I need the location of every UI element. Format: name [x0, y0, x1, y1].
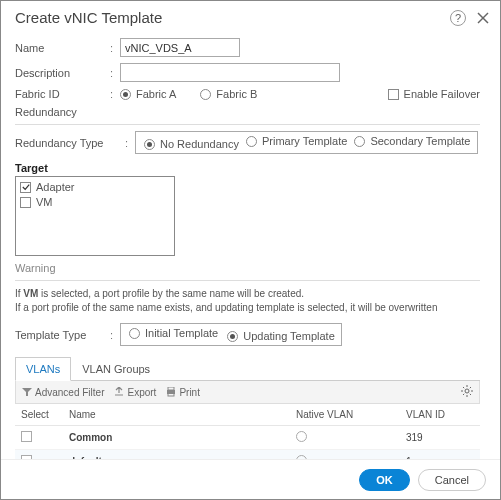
- table-row[interactable]: Common 319: [15, 426, 480, 450]
- print-button[interactable]: Print: [166, 387, 200, 398]
- target-vm-checkbox[interactable]: VM: [20, 196, 170, 208]
- filter-icon: [22, 387, 32, 397]
- advanced-filter-button[interactable]: Advanced Filter: [22, 387, 104, 398]
- name-label: Name: [15, 42, 110, 54]
- description-label: Description: [15, 67, 110, 79]
- dialog-footer: OK Cancel: [1, 459, 500, 499]
- export-icon: [114, 387, 124, 397]
- tab-vlans[interactable]: VLANs: [15, 357, 71, 381]
- target-adapter-checkbox[interactable]: Adapter: [20, 181, 170, 193]
- print-icon: [166, 387, 176, 397]
- svg-line-12: [470, 394, 471, 395]
- table-row[interactable]: default 1: [15, 450, 480, 460]
- col-name: Name: [63, 404, 290, 426]
- svg-point-6: [465, 389, 469, 393]
- redundancy-secondary-radio[interactable]: Secondary Template: [354, 135, 470, 147]
- help-icon[interactable]: ?: [450, 10, 466, 26]
- svg-rect-3: [168, 387, 174, 390]
- fabric-id-label: Fabric ID: [15, 88, 110, 100]
- redundancy-type-label: Redundancy Type: [15, 137, 125, 149]
- svg-line-14: [470, 387, 471, 388]
- target-frame: Adapter VM: [15, 176, 175, 256]
- vlan-table: Select Name Native VLAN VLAN ID Common 3…: [15, 404, 480, 459]
- warning-label: Warning: [15, 262, 480, 274]
- template-type-label: Template Type: [15, 329, 110, 341]
- cancel-button[interactable]: Cancel: [418, 469, 486, 491]
- ok-button[interactable]: OK: [359, 469, 410, 491]
- redundancy-primary-radio[interactable]: Primary Template: [246, 135, 347, 147]
- dialog-title: Create vNIC Template: [15, 9, 162, 26]
- redundancy-type-group: No Redundancy Primary Template Secondary…: [135, 131, 478, 154]
- template-type-group: Initial Template Updating Template: [120, 323, 342, 346]
- target-label: Target: [15, 162, 480, 174]
- export-button[interactable]: Export: [114, 387, 156, 398]
- tab-vlan-groups[interactable]: VLAN Groups: [71, 357, 161, 381]
- vlan-tabs: VLANs VLAN Groups: [15, 356, 480, 381]
- dialog: Create vNIC Template ? Name : Descriptio…: [0, 0, 501, 500]
- fabric-b-radio[interactable]: Fabric B: [200, 88, 257, 100]
- name-input[interactable]: [120, 38, 240, 57]
- template-initial-radio[interactable]: Initial Template: [129, 327, 218, 339]
- enable-failover-checkbox[interactable]: Enable Failover: [388, 88, 480, 100]
- col-select: Select: [15, 404, 63, 426]
- template-updating-radio[interactable]: Updating Template: [227, 330, 335, 342]
- titlebar: Create vNIC Template ?: [1, 1, 500, 32]
- content-scroll[interactable]: Name : Description : Fabric ID : Fabric …: [15, 32, 486, 459]
- svg-line-13: [463, 394, 464, 395]
- redundancy-none-radio[interactable]: No Redundancy: [144, 138, 239, 150]
- svg-rect-5: [168, 393, 174, 396]
- vlan-toolbar: Advanced Filter Export Print: [15, 381, 480, 404]
- description-input[interactable]: [120, 63, 340, 82]
- close-icon[interactable]: [476, 11, 490, 25]
- gear-icon[interactable]: [461, 385, 473, 399]
- col-id: VLAN ID: [400, 404, 480, 426]
- fabric-a-radio[interactable]: Fabric A: [120, 88, 176, 100]
- row-native-radio[interactable]: [296, 431, 307, 442]
- redundancy-label: Redundancy: [15, 106, 480, 118]
- col-native: Native VLAN: [290, 404, 400, 426]
- svg-marker-2: [22, 388, 32, 396]
- row-select-checkbox[interactable]: [21, 431, 32, 442]
- target-note: If VM is selected, a port profile by the…: [15, 287, 480, 315]
- svg-line-11: [463, 387, 464, 388]
